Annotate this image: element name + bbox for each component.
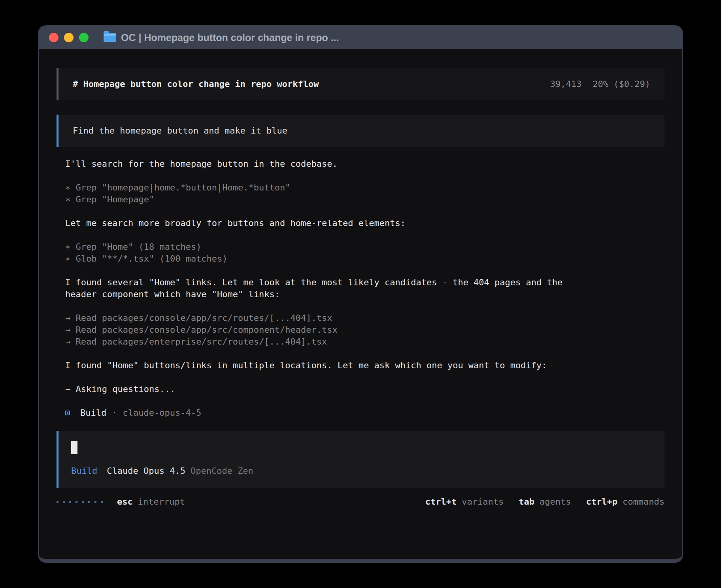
terminal-body: # Homepage button color change in repo w… [39, 49, 682, 508]
session-stats: 39,413 20% ($0.29) [550, 78, 650, 90]
spinner-dot [75, 501, 77, 503]
tool-call-line: → Read packages/enterprise/src/routes/[.… [65, 336, 574, 348]
context-usage: 20% ($0.29) [593, 78, 650, 90]
tool-call-block: → Read packages/console/app/src/routes/[… [65, 312, 574, 348]
tool-call-line: → Read packages/console/app/src/componen… [65, 324, 574, 336]
spinner-dot [82, 501, 84, 503]
spinner-dot [63, 501, 65, 503]
hint-label: variants [462, 497, 504, 507]
tool-call-line: ∗ Grep "homepage|home.*button|Home.*butt… [65, 182, 574, 194]
input-meta: Build Claude Opus 4.5 OpenCode Zen [71, 465, 652, 477]
token-count: 39,413 [550, 78, 581, 90]
hint-key: tab [519, 497, 534, 507]
text-cursor [71, 441, 77, 454]
message-list: I'll search for the homepage button in t… [65, 158, 574, 395]
keyboard-hint-variants: ctrl+tvariants [425, 496, 504, 508]
tool-call-line: ∗ Glob "**/*.tsx" (100 matches) [65, 253, 574, 265]
tool-call-line: ∗ Grep "Home" (18 matches) [65, 241, 574, 253]
keyboard-hint-agents: tabagents [519, 496, 571, 508]
agent-status-line: Build · claude-opus-4-5 [65, 407, 574, 419]
hint-key: ctrl+p [586, 497, 617, 507]
agent-icon [65, 411, 70, 415]
tool-call-line: ∗ Grep "Homepage" [65, 194, 574, 205]
input-model-label[interactable]: Claude Opus 4.5 [107, 465, 185, 477]
input-provider-label: OpenCode Zen [191, 465, 253, 477]
assistant-text-line: I found "Home" buttons/links in multiple… [65, 360, 574, 371]
assistant-text-block: Let me search more broadly for buttons a… [65, 217, 574, 229]
input-agent-label[interactable]: Build [71, 465, 97, 477]
window-titlebar[interactable]: OC | Homepage button color change in rep… [39, 26, 682, 49]
user-message: Find the homepage button and make it blu… [57, 115, 664, 147]
tool-call-line: → Read packages/console/app/src/routes/[… [65, 312, 574, 324]
hint-label: commands [623, 497, 664, 507]
minimize-button[interactable] [64, 33, 74, 42]
spinner-icon [57, 501, 103, 503]
session-header: # Homepage button color change in repo w… [57, 68, 664, 100]
close-button[interactable] [49, 33, 59, 42]
status-bar-left: escinterrupt [57, 496, 185, 508]
assistant-text-block: ~ Asking questions... [65, 383, 574, 395]
spinner-dot [69, 501, 71, 503]
window-title: OC | Homepage button color change in rep… [121, 32, 339, 43]
spinner-dot [88, 501, 90, 503]
keyboard-hint-interrupt: escinterrupt [117, 497, 185, 507]
spinner-dot [57, 501, 59, 503]
conversation: I'll search for the homepage button in t… [57, 158, 574, 419]
assistant-text-block: I'll search for the homepage button in t… [65, 158, 574, 170]
spinner-dot [101, 501, 103, 503]
agent-name: Build [80, 407, 106, 419]
tool-call-block: ∗ Grep "homepage|home.*button|Home.*butt… [65, 182, 574, 205]
terminal-window: OC | Homepage button color change in rep… [38, 25, 683, 563]
agent-separator: · [112, 407, 117, 419]
hint-label: interrupt [138, 497, 185, 507]
left-hints: escinterrupt [117, 496, 185, 508]
zoom-button[interactable] [79, 33, 89, 42]
spinner-dot [94, 501, 96, 503]
folder-icon [104, 33, 116, 42]
message-input[interactable]: Build Claude Opus 4.5 OpenCode Zen [57, 431, 664, 488]
assistant-text-line: Let me search more broadly for buttons a… [65, 217, 574, 229]
hint-key: ctrl+t [425, 497, 457, 507]
status-bar: escinterrupt ctrl+tvariantstabagentsctrl… [57, 496, 664, 508]
assistant-text-line: I'll search for the homepage button in t… [65, 158, 574, 170]
agent-model: claude-opus-4-5 [123, 407, 201, 419]
hint-key: esc [117, 497, 133, 507]
user-message-text: Find the homepage button and make it blu… [73, 126, 287, 136]
keyboard-hint-commands: ctrl+pcommands [586, 496, 664, 508]
assistant-text-line: ~ Asking questions... [65, 383, 574, 395]
hint-label: agents [540, 497, 571, 507]
session-title: # Homepage button color change in repo w… [73, 78, 319, 90]
tool-call-block: ∗ Grep "Home" (18 matches)∗ Glob "**/*.t… [65, 241, 574, 265]
assistant-text-block: I found several "Home" links. Let me loo… [65, 277, 574, 300]
assistant-text-line: I found several "Home" links. Let me loo… [65, 277, 574, 300]
assistant-text-block: I found "Home" buttons/links in multiple… [65, 360, 574, 371]
status-bar-right: ctrl+tvariantstabagentsctrl+pcommands [425, 496, 664, 508]
